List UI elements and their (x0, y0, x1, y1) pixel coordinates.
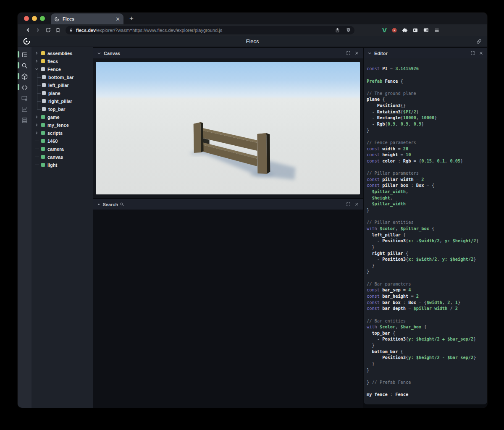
activity-stats-icon[interactable] (18, 104, 32, 115)
code-line: my_fence : Fence (367, 391, 487, 398)
tree-item-bottom_bar[interactable]: bottom_bar (32, 73, 93, 81)
code-line: const pillar_box : Box = { (367, 182, 487, 189)
entity-color-square (42, 75, 46, 79)
chevron-right-icon[interactable] (35, 123, 41, 127)
code-line (367, 275, 487, 281)
tree-item-light[interactable]: light (32, 161, 93, 169)
tree-guide (35, 105, 42, 113)
collapsed-bullet-icon[interactable] (98, 204, 100, 205)
flecs-logo-icon (54, 16, 60, 22)
tree-item-top_bar[interactable]: top_bar (32, 105, 93, 113)
code-line: const color : Rgb = {0.15, 0.1, 0.05} (367, 158, 487, 164)
activity-data-icon[interactable] (18, 115, 32, 126)
code-editor[interactable]: const PI = 3.1415926 Prefab Fence { // T… (364, 58, 487, 404)
search-panel-header: Search (93, 199, 363, 210)
close-icon[interactable] (354, 51, 359, 55)
tree-item-plane[interactable]: plane (32, 89, 93, 97)
extension-adblock-icon[interactable] (391, 27, 397, 33)
entity-color-square (41, 163, 45, 167)
code-line: const bar_depth = $pillar_width / 2 (367, 305, 487, 312)
code-line: } // Prefab Fence (367, 379, 487, 385)
chevron-down-icon[interactable] (97, 51, 101, 55)
search-input[interactable]: Search (103, 202, 125, 207)
menu-icon[interactable] (434, 27, 440, 33)
tab-title: Flecs (63, 16, 113, 21)
canvas-3d-viewport[interactable] (96, 62, 360, 194)
code-line: right_pillar { (367, 250, 487, 257)
close-icon[interactable] (354, 202, 359, 207)
close-window-button[interactable] (24, 16, 29, 21)
minimize-window-button[interactable] (32, 16, 37, 21)
chevron-right-icon[interactable] (35, 51, 41, 55)
tree-guide (35, 81, 42, 89)
tree-guide (35, 89, 42, 97)
browser-tab[interactable]: Flecs ✕ (51, 13, 123, 24)
share-icon[interactable] (335, 27, 340, 33)
expand-icon[interactable] (470, 51, 475, 55)
tree-item-flecs[interactable]: flecs (32, 57, 93, 65)
tree-item-left_pillar[interactable]: left_pillar (32, 81, 93, 89)
chevron-down-icon[interactable] (368, 51, 372, 55)
tree-item-label: light (47, 163, 57, 168)
url-bar[interactable]: flecs.dev/explorer/?wasm=https://www.fle… (66, 26, 354, 34)
tree-item-scripts[interactable]: scripts (32, 129, 93, 137)
panel-title: Canvas (104, 51, 120, 56)
code-line (367, 60, 487, 66)
tree-item-label: Fence (47, 67, 61, 72)
entity-tree: assembliesflecsFencebottom_barleft_pilla… (32, 49, 93, 169)
forward-button[interactable] (34, 26, 42, 34)
code-line: const height = 10 (367, 152, 487, 158)
chevron-right-icon[interactable] (35, 59, 41, 63)
code-area: const PI = 3.1415926 Prefab Fence { // T… (364, 58, 487, 398)
code-line: - Rgb{0.9, 0.9, 0.9} (367, 121, 487, 127)
activity-tree-icon[interactable] (18, 49, 32, 60)
activity-entities-icon[interactable] (18, 71, 32, 82)
chevron-right-icon[interactable] (35, 115, 41, 119)
new-tab-button[interactable]: + (129, 14, 134, 23)
tree-item-assemblies[interactable]: assemblies (32, 49, 93, 57)
code-line: with $color, $bar_box { (367, 324, 487, 330)
chevron-down-icon[interactable] (35, 67, 41, 71)
wallet-icon[interactable] (423, 27, 429, 33)
canvas-body (93, 58, 363, 198)
activity-screen-icon[interactable] (18, 93, 32, 104)
chevron-right-icon[interactable] (35, 131, 41, 135)
tree-item-game[interactable]: game (32, 113, 93, 121)
tree-item-my_fence[interactable]: my_fence (32, 121, 93, 129)
active-indicator (18, 73, 19, 79)
activity-search-icon[interactable] (18, 60, 32, 71)
code-line: // Fence parameters (367, 139, 487, 146)
sidebar-toggle-icon[interactable] (412, 27, 418, 33)
tree-item-1460[interactable]: 1460 (32, 137, 93, 145)
tree-item-camera[interactable]: camera (32, 145, 93, 153)
code-line: top_bar { (367, 330, 487, 336)
back-button[interactable] (24, 26, 32, 34)
close-icon[interactable] (479, 51, 483, 55)
code-line: const width = 20 (367, 146, 487, 152)
code-line: } (367, 268, 487, 275)
search-label: Search (103, 202, 118, 207)
code-line: Prefab Fence { (367, 78, 487, 84)
tree-item-Fence[interactable]: Fence (32, 65, 93, 73)
zoom-window-button[interactable] (40, 16, 45, 21)
reload-button[interactable] (44, 26, 52, 34)
extensions-puzzle-icon[interactable] (402, 27, 408, 33)
activity-code-icon[interactable] (18, 82, 32, 93)
link-icon[interactable] (476, 38, 482, 45)
code-line: // Bar entities (367, 318, 487, 324)
brave-shield-icon[interactable] (346, 27, 351, 33)
expand-icon[interactable] (346, 51, 351, 55)
expand-icon[interactable] (346, 202, 351, 207)
active-indicator (18, 84, 19, 90)
code-line (367, 72, 487, 78)
code-line: $pillar_width, (367, 189, 487, 195)
tree-item-canvas[interactable]: canvas (32, 153, 93, 161)
url-text: flecs.dev/explorer/?wasm=https://www.fle… (76, 28, 332, 33)
code-line (367, 84, 487, 90)
entity-color-square (41, 51, 45, 55)
tab-close-icon[interactable]: ✕ (116, 16, 120, 22)
tree-item-label: flecs (47, 59, 58, 64)
extension-v-icon[interactable]: V (382, 27, 387, 34)
bookmark-icon[interactable] (54, 26, 62, 34)
tree-item-right_pillar[interactable]: right_pillar (32, 97, 93, 105)
